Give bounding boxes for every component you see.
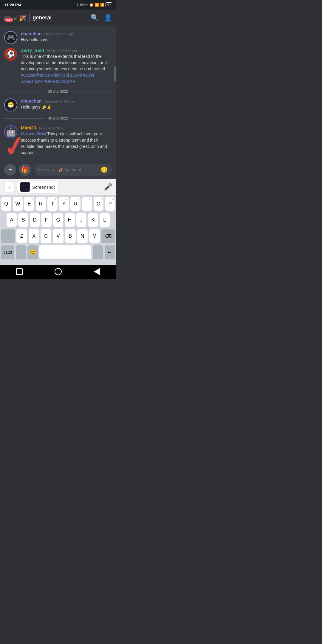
message-time: Yesterday at 4:57 pm — [44, 100, 75, 103]
key-q[interactable]: 1Q — [1, 197, 11, 211]
channel-info: # 🎉 general — [14, 14, 91, 21]
key-m[interactable]: M — [89, 229, 100, 243]
message-text: Mplazaofficial This project will achieve… — [21, 131, 112, 156]
add-button[interactable]: + — [4, 164, 16, 176]
battery: 49 — [106, 2, 112, 7]
key-c[interactable]: C — [41, 229, 51, 243]
channel-header: 3547 # 🎉 general 🔍 👤 — [0, 10, 116, 26]
enter-key[interactable]: ↵ — [105, 245, 115, 259]
status-bar: 11:28 PM 1.7KB/s ⏰ 📶 📶 49 — [0, 0, 116, 10]
message-text: Hey hello guys — [21, 37, 112, 43]
autocomplete-bar: › Screenshot 🎤 — [0, 179, 116, 195]
backspace-key[interactable]: ⌫ — [101, 229, 115, 243]
backspace-icon: ⌫ — [105, 233, 112, 239]
key-b[interactable]: B — [65, 229, 76, 243]
header-actions: 🔍 👤 — [91, 14, 112, 22]
chat-area: 🎮 chanchan 28 Apr 2022 5:05 pm Hey hello… — [0, 26, 116, 161]
key-w[interactable]: 2W — [13, 197, 23, 211]
discord-icon: 🤖 — [6, 127, 16, 137]
divider-line — [71, 118, 112, 119]
key-r[interactable]: 4R — [36, 197, 46, 211]
chevron-right-icon: › — [9, 185, 10, 189]
wifi-icon: 📶 — [100, 3, 104, 7]
divider-line — [4, 118, 45, 119]
message-author: chanchan — [21, 31, 42, 36]
key-n[interactable]: N — [77, 229, 88, 243]
autocomplete-suggestion[interactable]: Screenshot — [17, 181, 58, 193]
avatar: ⚽ — [4, 48, 17, 61]
key-g[interactable]: G — [53, 213, 63, 227]
network-speed: 1.7KB/s — [77, 3, 88, 7]
key-f[interactable]: F — [41, 213, 52, 227]
message-content: chanchan 28 Apr 2022 5:05 pm Hey hello g… — [21, 31, 112, 43]
status-right: 1.7KB/s ⏰ 📶 📶 49 — [77, 2, 112, 7]
date-label: 30 Apr 2022 — [48, 116, 68, 120]
message-row: ⚽ Zarry_Said 28 Apr 2022 9:56 pm This is… — [0, 46, 116, 86]
key-p[interactable]: 0P — [105, 197, 115, 211]
key-t[interactable]: 5T — [47, 197, 58, 211]
avatar: 🎮 — [4, 31, 17, 44]
key-k[interactable]: K — [88, 213, 98, 227]
navigation-bar — [0, 265, 116, 279]
message-author: chanchan — [21, 98, 42, 103]
alarm-icon: ⏰ — [89, 3, 94, 7]
hash-icon: # — [14, 14, 17, 21]
symbols-key[interactable]: ?123 — [1, 245, 14, 259]
expand-arrow-button[interactable]: › — [4, 182, 14, 192]
input-placeholder: Message #🎉 | general — [38, 167, 100, 172]
channel-name: general — [32, 15, 52, 21]
gift-button[interactable]: 🎁 — [19, 164, 31, 176]
avatar: 🤖 — [4, 125, 17, 138]
key-v[interactable]: V — [53, 229, 64, 243]
notification-badge: 3547 — [5, 18, 13, 22]
key-s[interactable]: S — [18, 213, 28, 227]
keyboard: 1Q 2W 3E 4R 5T 6Y 7U 8I 9O 0P A S D F G … — [0, 195, 116, 265]
mic-icon: 🎤 — [104, 183, 112, 191]
key-x[interactable]: X — [29, 229, 39, 243]
thumbnail-image — [20, 182, 30, 192]
divider-line — [4, 92, 45, 92]
message-row: 🤖 Mimi23 Today at 11:28 pm Mplazaofficia… — [0, 123, 116, 158]
key-d[interactable]: D — [30, 213, 40, 227]
period-key[interactable]: . — [93, 245, 103, 259]
space-key[interactable] — [39, 245, 91, 259]
message-author: Mimi23 — [21, 125, 36, 130]
key-l[interactable]: L — [100, 213, 110, 227]
message-content: chanchan Yesterday at 4:57 pm Hello guys… — [21, 98, 112, 110]
date-divider: 29 Apr 2022 — [0, 86, 116, 97]
message-row: 😷 chanchan Yesterday at 4:57 pm Hello gu… — [0, 97, 116, 113]
message-header: chanchan Yesterday at 4:57 pm — [21, 98, 112, 103]
message-author: Zarry_Said — [21, 48, 44, 53]
avatar: 😷 — [4, 98, 17, 112]
date-divider: 30 Apr 2022 — [0, 113, 116, 123]
key-z[interactable]: Z — [16, 229, 27, 243]
comma-key[interactable]: , — [16, 245, 26, 259]
shift-key[interactable]: ↑ — [1, 229, 15, 243]
back-button[interactable] — [90, 267, 104, 276]
microphone-button[interactable]: 🎤 — [104, 183, 112, 191]
stop-button[interactable] — [12, 267, 27, 276]
profile-icon[interactable]: 👤 — [104, 14, 112, 22]
home-icon — [55, 268, 62, 275]
key-u[interactable]: 7U — [70, 197, 80, 211]
home-button[interactable] — [51, 267, 65, 276]
suggestion-label: Screenshot — [32, 185, 55, 190]
shift-arrow-icon: ↑ — [7, 233, 9, 239]
date-label: 29 Apr 2022 — [48, 89, 68, 94]
message-input-field[interactable]: Message #🎉 | general 😊 — [34, 164, 112, 176]
key-a[interactable]: A — [7, 213, 17, 227]
menu-button[interactable]: 3547 — [4, 16, 11, 20]
key-j[interactable]: J — [76, 213, 86, 227]
key-e[interactable]: 3E — [24, 197, 34, 211]
scroll-indicator[interactable] — [114, 66, 116, 81]
key-h[interactable]: H — [65, 213, 75, 227]
key-i[interactable]: 8I — [82, 197, 92, 211]
emoji-key[interactable]: 😊 — [27, 245, 38, 259]
key-o[interactable]: 9O — [94, 197, 104, 211]
search-icon[interactable]: 🔍 — [91, 14, 99, 22]
emoji-button[interactable]: 😊 — [100, 166, 108, 173]
message-text: Hello guys 🤌🙏 — [21, 104, 112, 110]
message-header: chanchan 28 Apr 2022 5:05 pm — [21, 31, 112, 36]
message-input-bar: + 🎁 Message #🎉 | general 😊 — [0, 161, 116, 179]
key-y[interactable]: 6Y — [59, 197, 69, 211]
